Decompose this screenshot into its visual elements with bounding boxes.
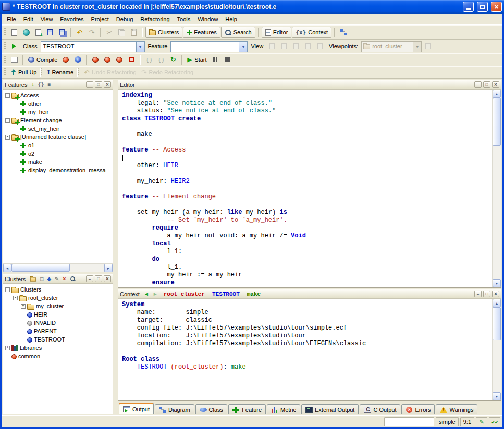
cluster-item-common[interactable]: common [3, 352, 113, 360]
tab-diagram[interactable]: Diagram [155, 404, 194, 414]
scroll-down-button[interactable] [493, 392, 501, 400]
editor-vscrollbar[interactable] [492, 90, 501, 287]
clusters-maximize-button[interactable] [95, 275, 102, 282]
copy-button[interactable] [116, 27, 127, 38]
tab-class[interactable]: Class [195, 404, 228, 414]
edit-icon[interactable] [54, 275, 60, 283]
vscroll-thumb[interactable] [493, 98, 501, 146]
tab-c-output[interactable]: C Output [360, 404, 400, 414]
menu-item-file[interactable]: File [3, 14, 20, 24]
viewpoints-combobox-dropdown-button[interactable] [413, 42, 421, 52]
toolbar-grip[interactable] [77, 68, 79, 77]
viewpoints-extra-button[interactable] [422, 41, 434, 52]
hscroll-thumb[interactable] [11, 264, 70, 272]
tab-errors[interactable]: Errors [401, 404, 435, 414]
cluster-item-root-cluster[interactable]: -root_cluster [3, 294, 113, 302]
stop-button[interactable] [222, 54, 233, 66]
scroll-up-button[interactable] [493, 90, 501, 98]
add-cluster-icon[interactable] [29, 275, 38, 283]
cancel-compilation-button[interactable] [126, 54, 137, 66]
context-breadcrumb-testroot[interactable]: TESTROOT [212, 291, 240, 297]
features-close-button[interactable] [104, 81, 111, 88]
alias-list-icon[interactable] [46, 81, 52, 89]
cut-button[interactable] [104, 27, 115, 38]
feature-item-element-change[interactable]: -Element change [3, 116, 113, 124]
search-tool-button[interactable]: Search [221, 27, 255, 38]
menu-item-window[interactable]: Window [194, 14, 222, 24]
features-minimize-button[interactable] [86, 81, 93, 88]
tree-expander-icon[interactable]: + [21, 304, 26, 309]
tab-metric[interactable]: Metric [267, 404, 300, 414]
view-flat-button[interactable] [290, 41, 302, 52]
feature-item-o1[interactable]: o1 [3, 141, 113, 149]
menu-item-edit[interactable]: Edit [20, 14, 37, 24]
context-maximize-button[interactable] [483, 291, 490, 297]
clusters-close-button[interactable] [104, 275, 111, 282]
context-close-button[interactable] [492, 291, 499, 297]
scroll-down-button[interactable] [493, 279, 501, 287]
menu-item-view[interactable]: View [37, 14, 57, 24]
undo-refactoring-button[interactable]: Undo Refactoring [82, 67, 139, 78]
vscroll-track[interactable] [493, 98, 501, 279]
scroll-left-button[interactable] [3, 264, 11, 272]
finalize-button[interactable] [102, 54, 113, 66]
view-interface-button[interactable] [314, 41, 326, 52]
editor-panel-header[interactable]: Editor [118, 80, 501, 90]
tab-warnings[interactable]: Warnings [436, 404, 477, 414]
paste-button[interactable] [128, 27, 139, 38]
context-vscrollbar[interactable] [492, 299, 501, 400]
menu-item-help[interactable]: Help [222, 14, 241, 24]
project-settings-button[interactable] [8, 54, 20, 66]
rename-button[interactable]: Rename [45, 67, 76, 78]
editor-tool-button[interactable]: Editor [262, 27, 292, 38]
context-code-pane[interactable]: System name: simple target: classic conf… [118, 299, 492, 400]
vscroll-track[interactable] [493, 307, 501, 392]
features-panel-header[interactable]: Features [3, 80, 113, 90]
view-contract-button[interactable] [302, 41, 314, 52]
tab-feature[interactable]: Feature [228, 404, 266, 414]
editor-close-button[interactable] [492, 81, 499, 88]
freeze-button[interactable] [90, 54, 101, 66]
context-tool-button[interactable]: Context [292, 27, 331, 38]
add-item-button[interactable] [32, 27, 44, 38]
open-project-button[interactable] [20, 27, 32, 38]
editor-minimize-button[interactable] [474, 81, 482, 88]
close-button[interactable] [491, 2, 502, 12]
pause-button[interactable] [210, 54, 221, 66]
context-forward-button[interactable] [152, 292, 159, 297]
features-tree[interactable]: -Accessothermy_heir-Element changeset_my… [3, 90, 113, 263]
cluster-item-clusters[interactable]: -Clusters [3, 285, 113, 294]
feature-combobox-dropdown-button[interactable] [239, 42, 247, 52]
diamond-icon[interactable] [46, 275, 52, 283]
context-breadcrumb-make[interactable]: make [247, 291, 261, 297]
context-back-button[interactable] [143, 292, 150, 297]
enable-breakpoints-button[interactable] [143, 54, 155, 66]
start-button[interactable]: Start [185, 54, 208, 66]
class-combobox-dropdown-button[interactable] [136, 42, 144, 52]
feature-item-o2[interactable]: o2 [3, 149, 113, 158]
editor-maximize-button[interactable] [483, 81, 490, 88]
menu-item-refactoring[interactable]: Refactoring [137, 14, 173, 24]
feature-item-unnamed-feature-clause[interactable]: -[Unnamed feature clause] [3, 133, 113, 141]
tree-expander-icon[interactable]: - [5, 118, 10, 123]
cluster-item-parent[interactable]: PARENT [3, 327, 113, 335]
compile-button[interactable]: Compile [26, 54, 59, 66]
tab-output[interactable]: Output [119, 403, 154, 414]
menu-item-debug[interactable]: Debug [113, 14, 137, 24]
cluster-item-my-cluster[interactable]: +my_cluster [3, 302, 113, 310]
save-button[interactable] [44, 27, 56, 38]
toolbar-grip[interactable] [4, 28, 6, 36]
hscroll-track[interactable] [11, 264, 104, 272]
features-tool-button[interactable]: Features [183, 27, 220, 38]
toolbar-grip[interactable] [4, 68, 6, 77]
tree-expander-icon[interactable]: - [5, 93, 10, 98]
tree-expander-icon[interactable]: + [5, 346, 10, 350]
new-document-button[interactable] [8, 27, 20, 38]
clusters-tool-button[interactable]: Clusters [145, 27, 182, 38]
menu-item-tools[interactable]: Tools [174, 14, 194, 24]
refresh-button[interactable] [167, 54, 179, 66]
save-all-button[interactable] [56, 27, 68, 38]
diagram-tool-button[interactable] [338, 27, 349, 38]
context-panel-header[interactable]: Context root_clusterTESTROOTmake [118, 289, 501, 299]
sort-features-icon[interactable] [30, 81, 35, 89]
